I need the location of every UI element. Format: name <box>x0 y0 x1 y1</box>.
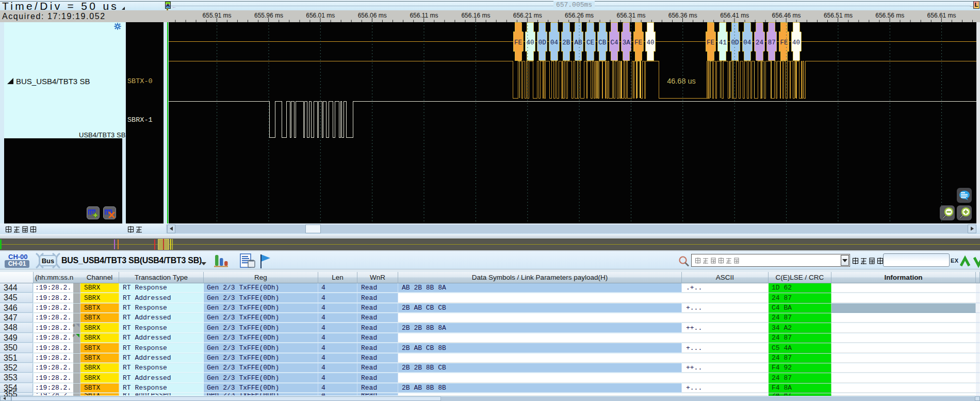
svg-text:0D: 0D <box>731 39 739 46</box>
svg-text:CB: CB <box>598 39 607 46</box>
svg-text:46.68 us: 46.68 us <box>667 77 696 85</box>
svg-text:C4: C4 <box>610 39 618 46</box>
svg-text:656.06 ms: 656.06 ms <box>358 12 387 19</box>
svg-text:Bus: Bus <box>42 257 55 265</box>
svg-text:656.56 ms: 656.56 ms <box>875 12 904 19</box>
svg-text:40: 40 <box>526 39 534 46</box>
svg-text:FE: FE <box>634 39 642 46</box>
svg-text:656.36 ms: 656.36 ms <box>668 12 697 19</box>
svg-text:656.51 ms: 656.51 ms <box>824 12 853 19</box>
svg-text:FE: FE <box>707 39 714 46</box>
svg-text:655.96 ms: 655.96 ms <box>254 12 283 19</box>
svg-text:656.16 ms: 656.16 ms <box>461 12 490 19</box>
svg-text:2B: 2B <box>562 39 570 46</box>
svg-text:24: 24 <box>756 39 763 46</box>
svg-text:656.11 ms: 656.11 ms <box>410 12 438 19</box>
svg-text:656.26 ms: 656.26 ms <box>565 12 594 19</box>
svg-text:04: 04 <box>550 39 558 46</box>
svg-text:3A: 3A <box>623 39 631 46</box>
svg-text:40: 40 <box>646 39 654 46</box>
svg-text:40: 40 <box>792 39 800 46</box>
svg-text:655.91 ms: 655.91 ms <box>203 12 232 19</box>
svg-text:87: 87 <box>768 39 776 46</box>
svg-text:656.31 ms: 656.31 ms <box>616 12 645 19</box>
svg-text:AB: AB <box>575 39 583 46</box>
svg-text:656.46 ms: 656.46 ms <box>772 12 801 19</box>
svg-text:FE: FE <box>780 39 788 46</box>
svg-text:CE: CE <box>586 39 594 46</box>
svg-text:0D: 0D <box>538 39 546 46</box>
svg-text:656.21 ms: 656.21 ms <box>513 12 542 19</box>
svg-text:04: 04 <box>743 39 751 46</box>
svg-text:656.41 ms: 656.41 ms <box>720 12 749 19</box>
svg-text:FE: FE <box>514 39 522 46</box>
svg-text:656.01 ms: 656.01 ms <box>306 12 335 19</box>
svg-text:41: 41 <box>719 39 727 46</box>
svg-text:656.61 ms: 656.61 ms <box>927 12 956 19</box>
